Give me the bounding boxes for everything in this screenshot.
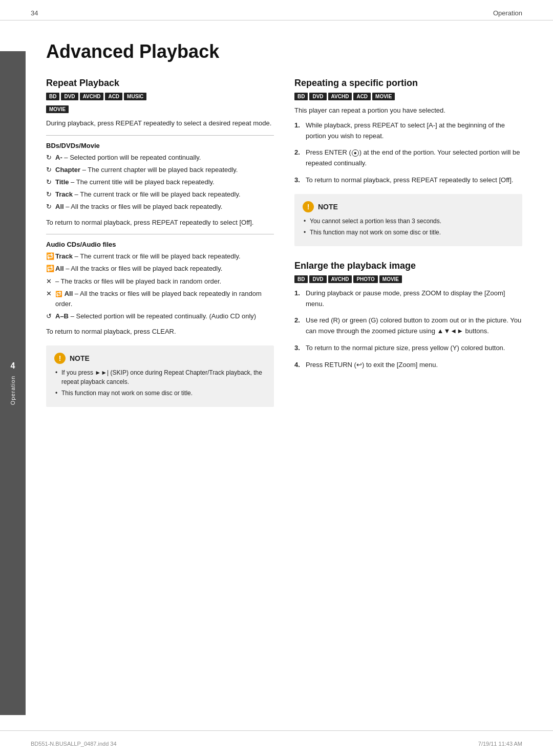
step-ep-1: 1. During playback or pause mode, press … bbox=[294, 288, 522, 310]
note-box-right-top: ! NOTE You cannot select a portion less … bbox=[294, 194, 522, 246]
repeat-playback-badges: BD DVD AVCHD ACD MUSIC bbox=[46, 93, 274, 100]
divider-1 bbox=[46, 135, 274, 136]
subsection-bds: BDs/DVDs/Movie bbox=[46, 142, 274, 149]
repeat-item-track: ↻ Track – The current track or file will… bbox=[46, 189, 274, 200]
repeat-item-title: ↻ Title – The current title will be play… bbox=[46, 177, 274, 187]
badge-ep-photo: PHOTO bbox=[353, 275, 377, 283]
footer-left: BD551-N.BUSALLP_0487.indd 34 bbox=[31, 741, 117, 747]
badge-rs-bd: BD bbox=[294, 93, 308, 100]
step-rs-3-num: 3. bbox=[294, 175, 300, 186]
note-item-left-1: If you press ►►| (SKIP) once during Repe… bbox=[54, 368, 266, 386]
note-list-left: If you press ►►| (SKIP) once during Repe… bbox=[54, 368, 266, 398]
top-section-label: Operation bbox=[493, 9, 522, 17]
note-item-rt-2: This function may not work on some disc … bbox=[303, 228, 514, 237]
badge-rs-avchd: AVCHD bbox=[328, 93, 352, 100]
badge-rs-movie: MOVIE bbox=[372, 93, 395, 100]
step-ep-4-num: 4. bbox=[294, 360, 300, 371]
repeat-playback-title: Repeat Playback bbox=[46, 78, 274, 89]
repeating-specific-title: Repeating a specific portion bbox=[294, 78, 522, 89]
repeat-item-all: ↻ All – All the tracks or files will be … bbox=[46, 202, 274, 212]
audio-item-track: 🔁 Track – The current track or file will… bbox=[46, 251, 274, 262]
enlarge-steps: 1. During playback or pause mode, press … bbox=[294, 288, 522, 371]
page-title: Advanced Playback bbox=[46, 41, 522, 62]
badge-bd: BD bbox=[46, 93, 59, 100]
note-box-left: ! NOTE If you press ►►| (SKIP) once duri… bbox=[46, 345, 274, 407]
note-header-left: ! NOTE bbox=[54, 353, 266, 364]
step-ep-1-num: 1. bbox=[294, 288, 300, 299]
top-bar: 34 Operation bbox=[0, 0, 553, 20]
audio-icon-ab: ↺ bbox=[46, 311, 52, 321]
repeating-specific-badges: BD DVD AVCHD ACD MOVIE bbox=[294, 93, 522, 100]
audio-item-all: 🔁 All – All the tracks or files will be … bbox=[46, 264, 274, 274]
audio-icon-random-all: ✕ bbox=[46, 289, 52, 299]
step-rs-1: 1. While playback, press REPEAT to selec… bbox=[294, 120, 522, 142]
badge-movie: MOVIE bbox=[46, 105, 69, 113]
audio-item-ab: ↺ A–B – Selected portion will be repeate… bbox=[46, 311, 274, 321]
badge-acd: ACD bbox=[105, 93, 122, 100]
step-rs-2-num: 2. bbox=[294, 147, 300, 158]
repeat-icon-a: ↻ bbox=[46, 153, 52, 163]
subsection-audio: Audio CDs/Audio files bbox=[46, 241, 274, 248]
repeat-item-a: ↻ A- – Selected portion will be repeated… bbox=[46, 153, 274, 163]
enlarge-badges: BD DVD AVCHD PHOTO MOVIE bbox=[294, 275, 522, 283]
badge-rs-acd: ACD bbox=[353, 93, 371, 100]
step-ep-3: 3. To return to the normal picture size,… bbox=[294, 343, 522, 354]
main-content: Advanced Playback Repeat Playback BD DVD… bbox=[26, 20, 553, 427]
badge-dvd: DVD bbox=[61, 93, 78, 100]
step-rs-1-num: 1. bbox=[294, 120, 300, 131]
page-wrapper: 34 Operation 4 Operation Advanced Playba… bbox=[0, 0, 553, 756]
enlarge-title: Enlarge the playback image bbox=[294, 261, 522, 271]
badge-music: MUSIC bbox=[124, 93, 146, 100]
sidebar-number: 4 bbox=[11, 361, 15, 371]
bds-return-text: To return to normal playback, press REPE… bbox=[46, 218, 274, 228]
audio-item-random: ✕ – The tracks or files will be played b… bbox=[46, 276, 274, 287]
audio-return-text: To return to normal playback, press CLEA… bbox=[46, 327, 274, 337]
note-item-left-2: This function may not work on some disc … bbox=[54, 388, 266, 398]
repeating-specific-intro: This player can repeat a portion you hav… bbox=[294, 105, 522, 116]
audio-icon-all: 🔁 bbox=[46, 264, 54, 274]
bottom-bar: BD551-N.BUSALLP_0487.indd 34 7/19/11 11:… bbox=[0, 730, 553, 756]
badge-ep-dvd: DVD bbox=[309, 275, 326, 283]
audio-icon-track: 🔁 bbox=[46, 251, 54, 262]
step-ep-4: 4. Press RETURN (↩) to exit the [Zoom] m… bbox=[294, 360, 522, 371]
step-rs-3: 3. To return to normal playback, press R… bbox=[294, 175, 522, 186]
note-icon-right-top: ! bbox=[303, 201, 314, 212]
badge-ep-movie: MOVIE bbox=[379, 275, 402, 283]
badge-rs-dvd: DVD bbox=[309, 93, 326, 100]
note-item-rt-1: You cannot select a portion less than 3 … bbox=[303, 217, 514, 226]
step-ep-2-num: 2. bbox=[294, 315, 300, 326]
repeat-item-chapter: ↻ Chapter – The current chapter will be … bbox=[46, 165, 274, 175]
repeat-icon-track: ↻ bbox=[46, 189, 52, 200]
step-rs-2: 2. Press ENTER (●) at the end of the por… bbox=[294, 147, 522, 169]
two-column-layout: Repeat Playback BD DVD AVCHD ACD MUSIC M… bbox=[46, 78, 522, 407]
sidebar: 4 Operation bbox=[0, 51, 26, 715]
repeat-icon-chapter: ↻ bbox=[46, 165, 52, 175]
step-ep-2: 2. Use red (R) or green (G) colored butt… bbox=[294, 315, 522, 337]
badge-avchd: AVCHD bbox=[80, 93, 104, 100]
step-ep-3-num: 3. bbox=[294, 343, 300, 354]
page-number: 34 bbox=[31, 9, 38, 17]
divider-2 bbox=[46, 234, 274, 234]
repeating-specific-steps: 1. While playback, press REPEAT to selec… bbox=[294, 120, 522, 186]
footer-right: 7/19/11 11:43 AM bbox=[478, 741, 522, 747]
note-label-right-top: NOTE bbox=[318, 203, 338, 211]
note-header-right-top: ! NOTE bbox=[303, 201, 514, 212]
audio-item-random-all: ✕ 🔁 All – All the tracks or files will b… bbox=[46, 289, 274, 309]
note-label-left: NOTE bbox=[70, 354, 90, 362]
repeat-playback-intro: During playback, press REPEAT repeatedly… bbox=[46, 118, 274, 129]
badge-ep-avchd: AVCHD bbox=[328, 275, 352, 283]
enter-circle-icon: ● bbox=[352, 149, 359, 157]
left-column: Repeat Playback BD DVD AVCHD ACD MUSIC M… bbox=[46, 78, 274, 407]
repeat-playback-badges-2: MOVIE bbox=[46, 105, 274, 113]
repeat-icon-title: ↻ bbox=[46, 177, 52, 187]
right-column: Repeating a specific portion BD DVD AVCH… bbox=[294, 78, 522, 407]
badge-ep-bd: BD bbox=[294, 275, 308, 283]
audio-icon-random: ✕ bbox=[46, 276, 52, 287]
note-icon-left: ! bbox=[54, 353, 66, 364]
note-list-right-top: You cannot select a portion less than 3 … bbox=[303, 217, 514, 237]
repeat-icon-all: ↻ bbox=[46, 202, 52, 212]
sidebar-label: Operation bbox=[10, 376, 16, 405]
